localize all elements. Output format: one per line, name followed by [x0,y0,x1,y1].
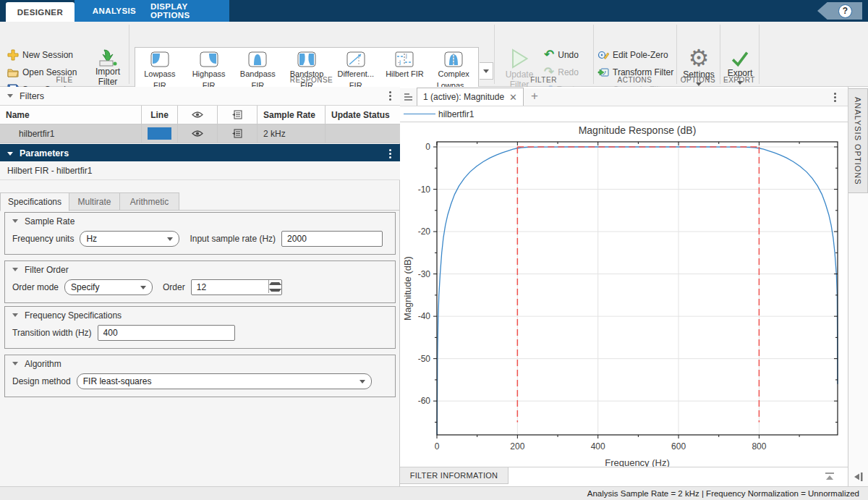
undo-icon: ↶ [544,49,554,61]
svg-text:0: 0 [425,142,430,152]
spin-down-icon[interactable] [269,287,281,293]
frequency-specifications-group-header[interactable]: Frequency Specifications [5,307,395,323]
new-session-icon [7,49,19,61]
help-icon: ? [838,4,852,18]
new-session-button[interactable]: New Session [7,48,73,62]
filter-row-hilbertfir1[interactable]: hilbertfir1 2 kHz [0,124,400,143]
svg-text:0: 0 [435,441,440,452]
add-tab-icon[interactable]: + [531,89,538,103]
section-divider [593,25,594,84]
filter-information-tab[interactable]: FILTER INFORMATION [400,467,509,484]
file-section-label: FILE [0,76,129,84]
export-check-icon [730,49,750,68]
filter-line-cell[interactable] [142,124,178,143]
svg-text:800: 800 [752,441,766,452]
order-mode-label: Order mode [12,282,59,292]
plot-area-menu-icon[interactable] [834,93,836,102]
spin-up-icon[interactable] [269,280,281,287]
col-header-sample-rate[interactable]: Sample Rate [258,106,326,124]
collapse-filters-icon[interactable] [7,94,13,98]
col-header-info[interactable] [218,106,258,124]
magnitude-response-plot[interactable]: 02004006008000-10-20-30-40-50-60Magnitud… [400,122,848,467]
filters-table-header-row: Name Line Sample Rate Update St [0,106,400,124]
spinner-buttons[interactable] [268,280,281,293]
tab-specifications[interactable]: Specifications [0,192,69,211]
algorithm-group: Algorithm Design method FIR least-square… [4,355,396,397]
chart-legend: hilbertfir1 [400,106,848,122]
filters-panel-header: Filters [0,87,400,106]
status-bar: Analysis Sample Rate = 2 kHz | Frequency… [0,486,868,500]
sample-rate-group: Sample Rate Frequency units Hz Input sam… [4,212,396,255]
order-label: Order [163,282,185,292]
status-bar-text: Analysis Sample Rate = 2 kHz | Frequency… [587,489,859,498]
tab-designer[interactable]: DESIGNER [6,2,75,22]
dock-left-icon[interactable] [854,473,864,481]
design-method-dropdown[interactable]: FIR least-squares [77,373,372,389]
input-sample-rate-label: Input sample rate (Hz) [190,234,276,244]
order-mode-dropdown[interactable]: Specify [64,279,153,295]
tab-analysis[interactable]: ANALYSIS [82,0,147,22]
svg-text:200: 200 [510,441,524,452]
parameters-menu-icon[interactable] [389,149,391,158]
section-divider [759,25,760,84]
legend-line-sample [404,114,435,114]
filter-designer-app: DESIGNER ANALYSIS DISPLAY OPTIONS ? New … [0,0,868,500]
tab-analysis-label: ANALYSIS [93,7,136,15]
analysis-options-tab[interactable]: ANALYSIS OPTIONS [848,88,868,193]
left-panel: Filters Name Line [0,87,400,486]
filters-panel-title: Filters [20,91,44,101]
transition-width-field[interactable] [98,325,235,341]
chevron-down-icon [167,237,173,241]
svg-text:Frequency (Hz): Frequency (Hz) [605,457,670,467]
order-spinner[interactable] [191,279,282,295]
chevron-down-icon [140,286,146,289]
svg-text:Magnitude Response (dB): Magnitude Response (dB) [579,124,697,136]
svg-text:600: 600 [671,441,686,452]
input-sample-rate-field[interactable] [281,231,383,247]
response-section-label: RESPONSE [129,76,494,84]
collapse-filter-information-icon[interactable] [823,471,836,481]
eye-icon [192,130,203,137]
filters-menu-icon[interactable] [389,91,391,101]
filter-section-label: FILTER [494,76,593,84]
differentiator-fir-icon [346,51,365,67]
tab-display-options[interactable]: DISPLAY OPTIONS [150,0,229,22]
highpass-fir-icon [200,51,218,67]
filter-info-cell[interactable] [218,124,258,143]
col-header-line[interactable]: Line [142,106,178,124]
ribbon-tab-bar: DESIGNER ANALYSIS DISPLAY OPTIONS ? [0,0,868,22]
section-divider [720,25,720,84]
frequency-units-dropdown[interactable]: Hz [80,231,179,247]
export-section-label: EXPORT [720,76,759,84]
toolstrip: New Session Open Session Save Session [0,22,868,87]
filter-name-cell: hilbertfir1 [0,124,142,143]
tab-magnitude-plot[interactable]: 1 (active): Magnitude ✕ [417,88,524,106]
filter-visibility-cell[interactable] [178,124,218,143]
gear-icon: ⚙ [689,46,710,69]
parameters-tabs: Specifications Multirate Arithmetic [0,192,400,211]
svg-text:j: j [405,53,407,59]
tab-list-icon[interactable] [404,92,414,102]
lowpass-fir-icon [150,51,169,67]
eye-icon [192,111,203,119]
col-header-update-status[interactable]: Update Status [326,106,400,124]
filter-order-group: Filter Order Order mode Specify Order [4,260,396,303]
hilbert-fir-icon: j -j [395,51,414,67]
col-header-visibility[interactable] [178,106,218,124]
filters-table: Name Line Sample Rate Update St [0,106,400,143]
algorithm-group-header[interactable]: Algorithm [5,355,395,372]
edit-pole-zero-button[interactable]: Edit Pole-Zero [597,48,668,62]
chevron-down-icon [359,380,365,384]
close-tab-icon[interactable]: ✕ [509,92,517,103]
section-divider [494,25,495,84]
collapse-parameters-icon[interactable] [7,152,13,156]
filter-order-group-header[interactable]: Filter Order [5,261,395,278]
sample-rate-group-header[interactable]: Sample Rate [5,213,395,229]
line-color-swatch [148,127,171,140]
tab-multirate[interactable]: Multirate [69,192,120,211]
help-button[interactable]: ? [817,2,862,20]
col-header-name[interactable]: Name [0,106,142,124]
tab-arithmetic[interactable]: Arithmetic [120,192,179,211]
undo-button[interactable]: ↶ Undo [544,48,579,62]
import-filter-icon [98,49,117,67]
